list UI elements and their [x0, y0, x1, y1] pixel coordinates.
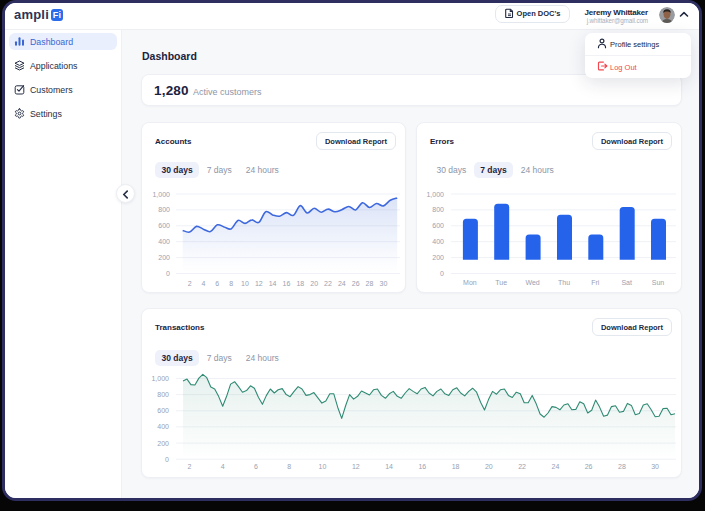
svg-text:0: 0	[166, 270, 170, 277]
svg-text:20: 20	[485, 463, 493, 470]
svg-text:28: 28	[366, 280, 374, 287]
svg-text:30: 30	[380, 280, 388, 287]
svg-text:600: 600	[157, 407, 169, 414]
svg-text:200: 200	[432, 254, 444, 261]
svg-text:800: 800	[158, 206, 170, 213]
svg-text:400: 400	[432, 238, 444, 245]
svg-text:Thu: Thu	[558, 279, 570, 286]
svg-text:8: 8	[287, 463, 291, 470]
svg-text:14: 14	[269, 280, 277, 287]
svg-text:0: 0	[165, 456, 169, 463]
svg-text:1,000: 1,000	[426, 191, 444, 198]
svg-text:0: 0	[440, 270, 444, 277]
svg-text:200: 200	[157, 440, 169, 447]
svg-text:Mon: Mon	[463, 279, 477, 286]
svg-text:24: 24	[338, 280, 346, 287]
svg-text:22: 22	[518, 463, 526, 470]
svg-text:400: 400	[157, 423, 169, 430]
svg-text:Sun: Sun	[652, 279, 665, 286]
svg-text:600: 600	[432, 222, 444, 229]
svg-text:16: 16	[418, 463, 426, 470]
svg-text:4: 4	[221, 463, 225, 470]
svg-text:800: 800	[432, 206, 444, 213]
svg-text:400: 400	[158, 238, 170, 245]
svg-text:1,000: 1,000	[152, 191, 170, 198]
svg-text:8: 8	[229, 280, 233, 287]
svg-text:26: 26	[585, 463, 593, 470]
svg-text:10: 10	[241, 280, 249, 287]
svg-text:Wed: Wed	[525, 279, 539, 286]
svg-text:200: 200	[158, 254, 170, 261]
svg-text:2: 2	[188, 280, 192, 287]
svg-text:2: 2	[188, 463, 192, 470]
svg-text:20: 20	[310, 280, 318, 287]
svg-text:1,000: 1,000	[151, 375, 169, 382]
svg-text:16: 16	[283, 280, 291, 287]
svg-text:14: 14	[385, 463, 393, 470]
svg-text:24: 24	[552, 463, 560, 470]
svg-text:Tue: Tue	[495, 279, 507, 286]
svg-text:18: 18	[452, 463, 460, 470]
svg-text:12: 12	[255, 280, 263, 287]
svg-text:4: 4	[201, 280, 205, 287]
svg-text:Fri: Fri	[591, 279, 600, 286]
svg-text:22: 22	[324, 280, 332, 287]
svg-text:30: 30	[651, 463, 659, 470]
svg-text:26: 26	[352, 280, 360, 287]
svg-text:6: 6	[254, 463, 258, 470]
svg-text:12: 12	[352, 463, 360, 470]
svg-text:10: 10	[319, 463, 327, 470]
svg-text:600: 600	[158, 222, 170, 229]
svg-text:28: 28	[618, 463, 626, 470]
svg-text:6: 6	[215, 280, 219, 287]
svg-text:800: 800	[157, 391, 169, 398]
svg-text:18: 18	[296, 280, 304, 287]
svg-text:Sat: Sat	[621, 279, 632, 286]
